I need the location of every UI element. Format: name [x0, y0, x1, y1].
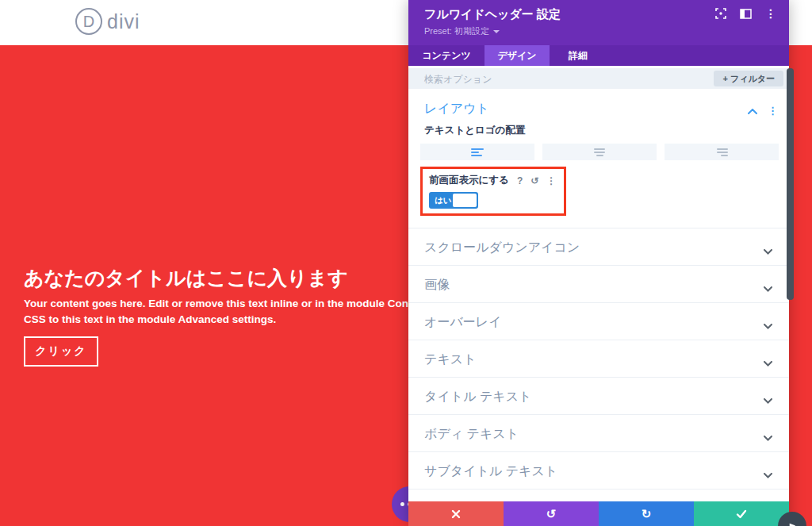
logo-text: divi [107, 10, 140, 33]
align-right-button[interactable] [665, 144, 779, 160]
chevron-down-icon [764, 318, 772, 332]
help-icon[interactable]: ? [517, 176, 523, 186]
orientation-options [420, 144, 779, 160]
panel-title: フルワイドヘッダー 設定 [424, 7, 561, 22]
divi-logo-icon: D [75, 8, 102, 35]
layout-section-title[interactable]: レイアウト [424, 101, 489, 117]
tab-advanced[interactable]: 詳細 [550, 45, 607, 66]
align-right-icon [715, 148, 728, 156]
align-left-button[interactable] [420, 144, 534, 160]
undo-button[interactable]: ↺ [504, 501, 599, 526]
section-overlay[interactable]: オーバーレイ [408, 302, 789, 340]
hero-title: あなたのタイトルはここに入ります [24, 265, 348, 291]
chevron-down-icon [764, 244, 772, 258]
reset-icon[interactable]: ↺ [530, 176, 538, 186]
section-title-text[interactable]: タイトル テキスト [408, 377, 789, 414]
tab-design[interactable]: デザイン [485, 45, 550, 66]
chevron-down-icon [764, 355, 772, 370]
module-settings-panel: フルワイドヘッダー 設定 Preset: 初期設定 [408, 0, 789, 526]
highlighted-field: 前画面表示にする ? ↺ ⋮ はい [420, 167, 566, 216]
chevron-down-icon [764, 467, 772, 482]
settings-tabs: コンテンツ デザイン 詳細 [408, 45, 789, 66]
hero-cta-button[interactable]: クリック [24, 336, 98, 367]
section-text[interactable]: テキスト [408, 340, 789, 377]
save-button[interactable] [694, 501, 789, 526]
chevron-up-icon[interactable] [748, 103, 757, 117]
align-center-button[interactable] [542, 144, 657, 160]
align-center-icon [593, 148, 606, 156]
section-scroll-down-icon[interactable]: スクロールダウンアイコン [408, 228, 789, 265]
discard-button[interactable] [408, 501, 504, 526]
panel-menu-icon[interactable]: ⋮ [765, 8, 776, 19]
search-placeholder: 検索オプション [424, 73, 492, 86]
section-subtitle-text[interactable]: サブタイトル テキスト [408, 451, 789, 489]
filter-button[interactable]: + フィルター [714, 71, 783, 86]
panel-header: フルワイドヘッダー 設定 Preset: 初期設定 [408, 0, 789, 45]
layout-menu-icon[interactable]: ⋮ [768, 106, 778, 116]
panel-scrollbar[interactable] [787, 68, 794, 300]
front-display-toggle[interactable]: はい [429, 192, 478, 209]
redo-button[interactable]: ↻ [599, 501, 694, 526]
front-display-label: 前画面表示にする [429, 174, 509, 187]
dock-panel-icon[interactable] [740, 9, 752, 19]
search-options-input[interactable]: 検索オプション + フィルター [408, 68, 789, 89]
align-left-icon [471, 148, 484, 156]
chevron-down-icon [764, 430, 772, 444]
expand-modal-icon[interactable] [715, 8, 726, 19]
orientation-label: テキストとロゴの配置 [424, 124, 525, 137]
panel-footer: ↺ ↻ [408, 501, 789, 526]
tab-content[interactable]: コンテンツ [408, 45, 485, 66]
preset-selector[interactable]: Preset: 初期設定 [424, 25, 500, 37]
preset-label: Preset: 初期設定 [424, 25, 489, 37]
logo-initial: D [83, 13, 94, 31]
chevron-down-icon [764, 281, 772, 295]
toggle-knob [453, 194, 477, 207]
field-menu-icon[interactable]: ⋮ [546, 176, 556, 186]
toggle-value: はい [435, 195, 452, 206]
divi-logo: D divi [75, 8, 140, 35]
screen: D divi あなたのタイトルはここに入ります Your content goe… [0, 0, 812, 526]
collapsed-sections: スクロールダウンアイコン 画像 オーバーレイ テキスト [408, 228, 789, 526]
section-body-text[interactable]: ボディ テキスト [408, 414, 789, 451]
section-image[interactable]: 画像 [408, 265, 789, 302]
caret-down-icon [493, 30, 500, 33]
chevron-down-icon [764, 393, 772, 407]
